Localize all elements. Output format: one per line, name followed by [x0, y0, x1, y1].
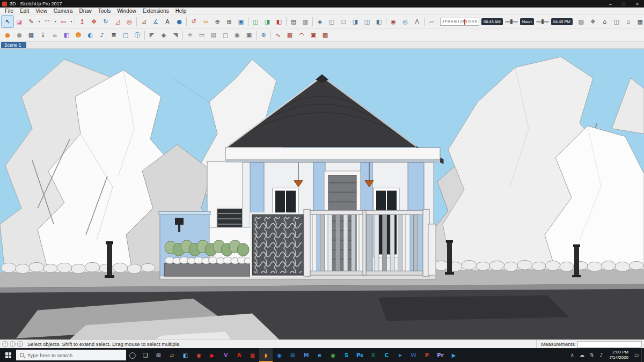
powerpoint-icon[interactable]: P	[420, 348, 434, 362]
component-box-icon[interactable]: ◧	[61, 29, 72, 41]
export-icon[interactable]: ↧	[37, 29, 49, 41]
excel-icon[interactable]: X	[367, 348, 380, 362]
photos-icon[interactable]: ◧	[179, 348, 192, 362]
taskbar-clock[interactable]: 2:00 PM 7/14/2020	[606, 350, 632, 360]
chat-bubble-icon[interactable]: ▢	[120, 29, 131, 41]
move-tool-icon[interactable]: ✥	[88, 16, 100, 27]
offset-tool-icon[interactable]: ◎	[123, 16, 135, 27]
scene-tab-1[interactable]: Scene 1	[1, 42, 26, 48]
paint-bucket-tool-icon[interactable]: ●	[173, 16, 185, 27]
shadow-time-slider-left[interactable]	[505, 21, 518, 23]
youtube-icon[interactable]: ▶	[206, 348, 219, 362]
action-center-button[interactable]: ▭	[632, 348, 641, 362]
architecture-icon[interactable]: ⌂	[623, 16, 634, 27]
tape-measure-tool-icon[interactable]: ⊿	[138, 16, 150, 27]
eraser-tool-icon[interactable]: ◪	[13, 16, 25, 27]
section-cut-icon[interactable]: ◧	[273, 16, 285, 27]
line-flyout-icon[interactable]: ▾	[37, 16, 41, 27]
menu-file[interactable]: File	[2, 8, 17, 14]
menu-view[interactable]: View	[32, 8, 50, 14]
section-plane-icon[interactable]: ◫	[250, 16, 261, 27]
printer-icon[interactable]: ▦	[25, 29, 37, 41]
sandbox-from-scratch-icon[interactable]: ▦	[284, 29, 296, 41]
left-view-icon[interactable]: ◧	[373, 16, 385, 27]
align-left-icon[interactable]: ◤	[146, 29, 158, 41]
arc-tool-icon[interactable]: ◠	[41, 16, 53, 27]
decorative-gate-panel[interactable]	[250, 212, 306, 277]
minimize-button[interactable]: –	[604, 0, 617, 8]
paint-material-icon[interactable]: ●	[2, 29, 13, 41]
menu-draw[interactable]: Draw	[76, 8, 94, 14]
interact-tool-icon[interactable]: ✛	[184, 29, 196, 41]
word-icon[interactable]: W	[407, 348, 420, 362]
viewport-3d[interactable]	[0, 49, 644, 339]
front-view-icon[interactable]: ◻	[338, 16, 349, 27]
back-edges-icon[interactable]: ▥	[299, 16, 311, 27]
back-view-icon[interactable]: ◫	[361, 16, 373, 27]
shapes-flyout-icon[interactable]: ▾	[69, 16, 74, 27]
thunderbird-icon[interactable]: ✉	[286, 348, 299, 362]
protractor-tool-icon[interactable]: ∡	[150, 16, 162, 27]
line-tool-icon[interactable]: ✎	[25, 16, 37, 27]
camera-look-icon[interactable]: ◉	[231, 29, 243, 41]
red-tiles-app-icon[interactable]: ▦	[246, 348, 259, 362]
orbit-tool-icon[interactable]: ↺	[188, 16, 200, 27]
rotate-tool-icon[interactable]: ↻	[100, 16, 112, 27]
iso-view-icon[interactable]: ◈	[314, 16, 326, 27]
zoom-tool-icon[interactable]: ⊕	[211, 16, 223, 27]
menu-edit[interactable]: Edit	[17, 8, 32, 14]
cortana-button[interactable]: ◯	[126, 348, 139, 362]
add-location-globe-icon[interactable]: ⊚	[258, 29, 269, 41]
text-tool-icon[interactable]: A	[162, 16, 173, 27]
menu-extensions[interactable]: Extensions	[140, 8, 172, 14]
camera-settings-icon[interactable]: ▣	[243, 29, 255, 41]
select-tool-icon[interactable]: ↖	[2, 16, 13, 27]
layers-stack-icon[interactable]: ≡	[49, 29, 61, 41]
component-attributes-icon[interactable]: ▤	[208, 29, 219, 41]
geolocation-status-icon[interactable]: ?	[2, 341, 8, 347]
position-camera-icon[interactable]: ◉	[387, 16, 399, 27]
print-icon[interactable]: ▦	[634, 16, 644, 27]
edge-icon[interactable]: e	[313, 348, 326, 362]
globe-model-icon[interactable]: ◐	[84, 29, 96, 41]
mail-icon[interactable]: ✉	[152, 348, 165, 362]
measurements-input[interactable]	[577, 341, 642, 348]
start-button[interactable]	[0, 348, 16, 362]
shadow-date-slider[interactable]: J F M A M J J A S O N D	[440, 18, 479, 26]
planter[interactable]	[164, 240, 252, 276]
menu-camera[interactable]: Camera	[50, 8, 76, 14]
align-right-icon[interactable]: ◥	[170, 29, 181, 41]
info-circle-icon[interactable]: ⓘ	[131, 29, 143, 41]
stamp-tool-icon[interactable]: ▣	[308, 29, 319, 41]
teal-c-app-icon[interactable]: C	[380, 348, 393, 362]
sound-icon[interactable]: ♪	[96, 29, 108, 41]
sandbox-from-contours-icon[interactable]: ∿	[272, 29, 284, 41]
photoshop-icon[interactable]: Ps	[353, 348, 367, 362]
movies-app-icon[interactable]: ▶	[447, 348, 460, 362]
skype-icon[interactable]: S	[340, 348, 353, 362]
scale-tool-icon[interactable]: ◿	[112, 16, 123, 27]
compass-browser-icon[interactable]: ◉	[273, 348, 286, 362]
gmail-icon[interactable]: M	[299, 348, 313, 362]
opera-icon[interactable]: ◉	[192, 348, 206, 362]
zoom-extents-icon[interactable]: ▣	[235, 16, 247, 27]
warehouse-home-icon[interactable]: ⌂	[599, 16, 611, 27]
close-button[interactable]: ×	[631, 0, 644, 8]
hide-rest-of-model-icon[interactable]: ▤	[288, 16, 299, 27]
menu-window[interactable]: Window	[114, 8, 140, 14]
network-icon[interactable]: ⇅	[587, 348, 596, 362]
viewport-3d-scene[interactable]	[0, 49, 644, 339]
premiere-icon[interactable]: Pr	[434, 348, 447, 362]
align-center-icon[interactable]: ◆	[158, 29, 170, 41]
maximize-button[interactable]: □	[617, 0, 631, 8]
zoom-window-icon[interactable]: ⊞	[223, 16, 235, 27]
viber-icon[interactable]: V	[219, 348, 232, 362]
taskbar-search[interactable]: Type here to search	[16, 350, 126, 360]
telegram-icon[interactable]: ➤	[393, 348, 407, 362]
arc-flyout-icon[interactable]: ▾	[53, 16, 57, 27]
section-display-icon[interactable]: ◨	[261, 16, 273, 27]
help-status-icon[interactable]: ☺	[17, 341, 23, 347]
components-panel-icon[interactable]: ❖	[587, 16, 599, 27]
drape-tool-icon[interactable]: ▩	[319, 29, 331, 41]
face-style-icon[interactable]: ☻	[72, 29, 84, 41]
